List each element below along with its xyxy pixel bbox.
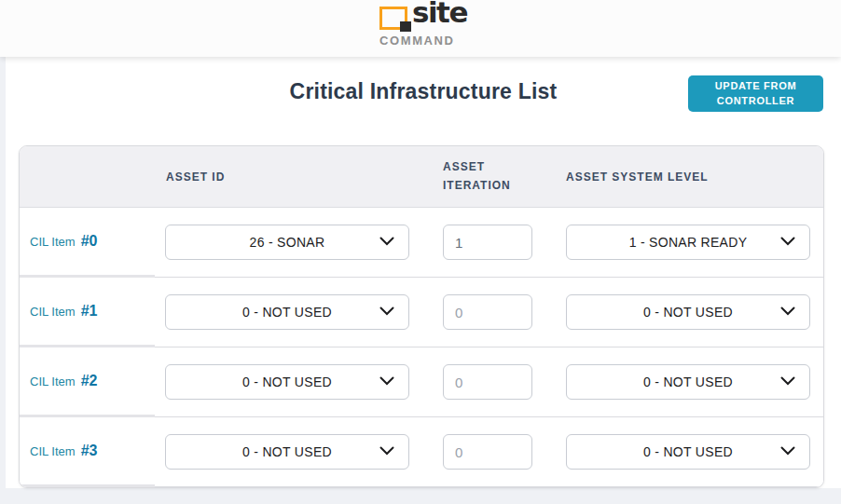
asset-system-level-cell: 1 - SONAR READY [555, 208, 823, 278]
table-header-row: ASSET ID ASSET ITERATION ASSET SYSTEM LE… [20, 146, 823, 208]
chevron-down-icon [379, 446, 394, 456]
chevron-down-icon [780, 237, 795, 246]
asset-id-dropdown[interactable]: 0 - NOT USED [165, 364, 409, 400]
asset-id-cell: 0 - NOT USED [155, 417, 432, 487]
logo-subword: COMMAND [379, 34, 462, 48]
table-row: CIL Item #1 0 - NOT USED 0 - NOT USED [20, 278, 823, 347]
asset-iteration-input[interactable] [443, 294, 532, 330]
header-asset-iteration: ASSET ITERATION [432, 146, 555, 207]
table-row: CIL Item #2 0 - NOT USED 0 - NOT USED [20, 347, 823, 417]
asset-system-level-cell: 0 - NOT USED [555, 347, 823, 417]
cil-item-text: CIL Item [30, 305, 76, 319]
asset-system-level-dropdown[interactable]: 0 - NOT USED [566, 364, 810, 400]
header-asset-system-level: ASSET SYSTEM LEVEL [555, 146, 823, 207]
cil-item-label-0: CIL Item #0 [20, 208, 155, 278]
asset-system-level-dropdown[interactable]: 0 - NOT USED [566, 434, 810, 470]
header-asset-id: ASSET ID [155, 146, 432, 207]
asset-iteration-cell [432, 278, 555, 347]
asset-id-dropdown[interactable]: 0 - NOT USED [165, 294, 409, 330]
asset-id-dropdown[interactable]: 0 - NOT USED [165, 434, 409, 470]
top-navbar: site COMMAND [0, 0, 841, 57]
cil-item-text: CIL Item [30, 444, 76, 458]
cil-table: ASSET ID ASSET ITERATION ASSET SYSTEM LE… [19, 145, 824, 488]
chevron-down-icon [780, 306, 795, 316]
asset-iteration-input[interactable] [443, 225, 532, 260]
chevron-down-icon [379, 237, 394, 246]
chevron-down-icon [780, 446, 795, 456]
cil-item-label-2: CIL Item #2 [20, 347, 155, 417]
asset-iteration-cell [432, 208, 555, 278]
asset-system-level-cell: 0 - NOT USED [555, 417, 823, 487]
cil-item-label-1: CIL Item #1 [20, 278, 155, 347]
asset-system-level-dropdown[interactable]: 1 - SONAR READY [566, 225, 810, 260]
asset-id-cell: 0 - NOT USED [155, 347, 432, 417]
logo-dark-dot-icon [400, 21, 411, 32]
table-row: CIL Item #0 26 - SONAR 1 - SONAR READY [20, 208, 823, 278]
asset-iteration-cell [432, 347, 555, 417]
chevron-down-icon [379, 306, 394, 316]
cil-item-number: #1 [81, 303, 98, 320]
cil-item-text: CIL Item [30, 375, 76, 388]
asset-id-cell: 0 - NOT USED [155, 278, 432, 347]
cil-item-number: #2 [81, 373, 98, 389]
cil-item-number: #0 [81, 233, 98, 250]
site-command-logo: site COMMAND [379, 4, 462, 54]
table-row: CIL Item #3 0 - NOT USED 0 - NOT USED [20, 417, 823, 487]
asset-iteration-input[interactable] [443, 434, 532, 470]
asset-system-level-dropdown[interactable]: 0 - NOT USED [566, 294, 810, 330]
cil-item-label-3: CIL Item #3 [20, 417, 155, 487]
main-content: Critical Infrastructure List UPDATE FROM… [6, 57, 841, 488]
asset-id-cell: 26 - SONAR [155, 208, 432, 278]
cil-item-number: #3 [81, 443, 98, 459]
chevron-down-icon [780, 376, 795, 386]
chevron-down-icon [379, 376, 394, 386]
asset-id-dropdown[interactable]: 26 - SONAR [165, 225, 409, 260]
update-from-controller-button[interactable]: UPDATE FROM CONTROLLER [688, 75, 823, 112]
asset-system-level-cell: 0 - NOT USED [555, 278, 823, 347]
asset-iteration-input[interactable] [443, 364, 532, 400]
cil-item-text: CIL Item [30, 235, 76, 249]
header-item-spacer [20, 146, 155, 207]
logo-word: site [412, 0, 467, 29]
asset-iteration-cell [432, 417, 555, 487]
